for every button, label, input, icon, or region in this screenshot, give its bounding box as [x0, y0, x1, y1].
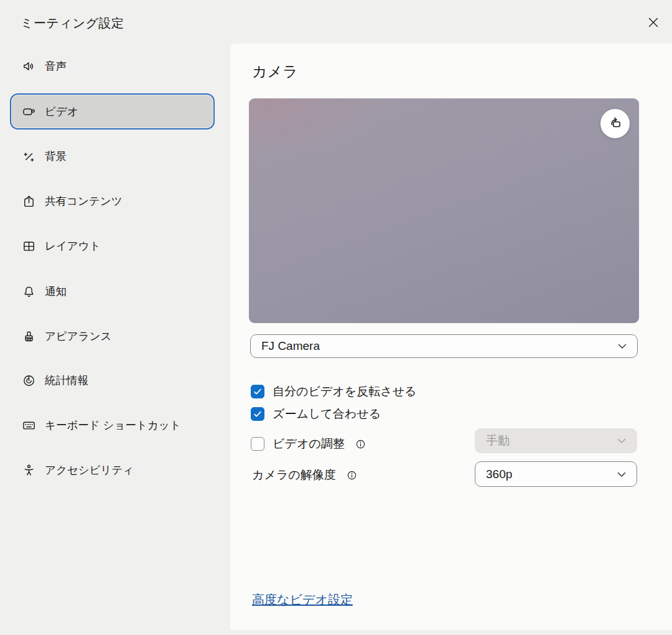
- close-button[interactable]: [642, 11, 665, 34]
- camera-select-value: FJ Camera: [261, 339, 320, 353]
- check-icon: [253, 387, 263, 397]
- sidebar-item-appearance[interactable]: アピアランス: [10, 318, 215, 354]
- bell-icon: [22, 285, 36, 299]
- info-icon[interactable]: [347, 470, 357, 481]
- magic-wand-icon: [22, 149, 36, 164]
- camera-resolution-row: カメラの解像度: [252, 467, 357, 483]
- mirror-video-label: 自分のビデオを反転させる: [273, 383, 417, 400]
- camera-resolution-select-value: 360p: [486, 468, 512, 481]
- settings-sidebar: 音声ビデオ背景共有コンテンツレイアウト通知アピアランス統計情報キーボード ショー…: [0, 44, 230, 635]
- speaker-icon: [22, 59, 36, 73]
- video-adjust-select-value: 手動: [486, 433, 510, 449]
- sidebar-item-label: 通知: [45, 284, 67, 299]
- accessibility-icon: [22, 463, 36, 477]
- camera-resolution-select[interactable]: 360p: [475, 461, 637, 487]
- sidebar-item-label: 共有コンテンツ: [45, 194, 123, 209]
- zoom-to-fit-row: ズームして合わせる: [251, 406, 381, 422]
- video-adjust-select: 手動: [475, 428, 637, 453]
- chevron-down-icon: [616, 340, 628, 352]
- sidebar-item-accessibility[interactable]: アクセシビリティ: [10, 452, 215, 488]
- sidebar-item-label: アクセシビリティ: [45, 463, 134, 477]
- info-icon[interactable]: [355, 439, 366, 449]
- sidebar-item-shared-content[interactable]: 共有コンテンツ: [10, 183, 215, 219]
- rotate-camera-icon: [607, 115, 623, 133]
- video-adjust-label: ビデオの調整: [273, 436, 345, 452]
- video-camera-icon: [22, 105, 36, 119]
- advanced-video-settings-link[interactable]: 高度なビデオ設定: [252, 591, 353, 608]
- camera-select[interactable]: FJ Camera: [250, 334, 638, 358]
- layout-grid-icon: [22, 239, 36, 253]
- sidebar-item-background[interactable]: 背景: [10, 138, 215, 174]
- share-content-icon: [22, 194, 36, 209]
- sidebar-item-video[interactable]: ビデオ: [10, 93, 215, 129]
- camera-preview: [249, 98, 639, 323]
- rotate-camera-button[interactable]: [600, 109, 630, 138]
- sidebar-item-label: 音声: [45, 59, 67, 73]
- sidebar-item-audio[interactable]: 音声: [10, 48, 215, 84]
- sidebar-item-label: レイアウト: [45, 238, 101, 253]
- sidebar-item-layout[interactable]: レイアウト: [10, 228, 215, 264]
- zoom-to-fit-checkbox[interactable]: [251, 407, 264, 421]
- sidebar-item-label: 統計情報: [45, 373, 88, 388]
- sidebar-item-notifications[interactable]: 通知: [10, 273, 215, 309]
- keyboard-icon: [22, 418, 36, 433]
- zoom-to-fit-label: ズームして合わせる: [273, 406, 381, 422]
- check-icon: [253, 409, 263, 419]
- video-adjust-row: ビデオの調整: [251, 436, 366, 452]
- sidebar-item-keyboard-shortcuts[interactable]: キーボード ショートカット: [10, 407, 215, 443]
- video-adjust-checkbox[interactable]: [251, 437, 264, 451]
- sidebar-item-statistics[interactable]: 統計情報: [10, 362, 215, 398]
- window-title: ミーティング設定: [21, 15, 124, 32]
- paintbrush-icon: [22, 329, 36, 344]
- chevron-down-icon: [615, 435, 628, 447]
- camera-heading: カメラ: [252, 62, 298, 82]
- sidebar-item-label: キーボード ショートカット: [45, 418, 181, 433]
- meeting-settings-dialog: ミーティング設定 音声ビデオ背景共有コンテンツレイアウト通知アピアランス統計情報…: [0, 0, 672, 635]
- sidebar-item-label: アピアランス: [45, 329, 111, 344]
- mirror-video-checkbox[interactable]: [251, 385, 264, 398]
- sidebar-item-label: 背景: [45, 149, 67, 164]
- chevron-down-icon: [615, 468, 628, 481]
- camera-resolution-label: カメラの解像度: [252, 467, 336, 483]
- pie-chart-icon: [22, 374, 36, 388]
- close-icon: [646, 16, 660, 29]
- mirror-video-row: 自分のビデオを反転させる: [251, 383, 417, 400]
- sidebar-item-label: ビデオ: [45, 104, 78, 119]
